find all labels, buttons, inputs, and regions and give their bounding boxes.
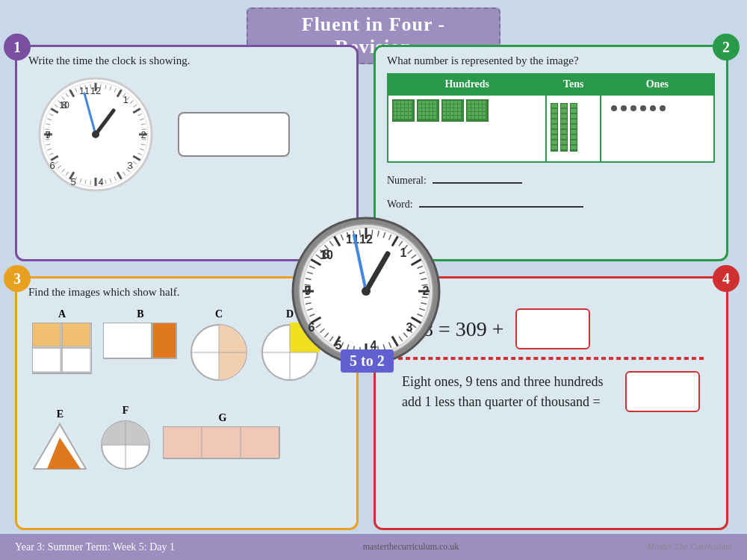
svg-rect-156 (443, 116, 446, 119)
svg-rect-170 (479, 105, 482, 108)
svg-rect-199 (561, 109, 567, 113)
col-hundreds: Hundreds (388, 74, 546, 95)
word-field[interactable] (419, 193, 583, 208)
svg-rect-88 (409, 101, 412, 104)
svg-rect-107 (405, 116, 408, 119)
shape-a-svg (32, 323, 92, 375)
shape-f: F (99, 405, 152, 471)
svg-text:10: 10 (59, 100, 69, 111)
svg-rect-154 (454, 112, 457, 115)
svg-rect-110 (418, 101, 421, 104)
svg-rect-169 (475, 105, 478, 108)
svg-rect-133 (430, 116, 433, 119)
svg-rect-118 (430, 105, 433, 108)
q4-bottom-text: Eight ones, 9 tens and three hundreds ad… (402, 372, 618, 412)
svg-rect-150 (458, 108, 461, 111)
svg-rect-225 (152, 323, 176, 358)
svg-rect-108 (409, 116, 412, 119)
shape-e-svg (32, 423, 88, 471)
svg-rect-132 (426, 116, 429, 119)
svg-rect-91 (401, 105, 404, 108)
svg-rect-99 (394, 112, 397, 115)
svg-rect-204 (561, 135, 567, 139)
svg-rect-104 (394, 116, 397, 119)
hundred-block-3 (441, 99, 464, 122)
svg-rect-164 (475, 101, 478, 104)
hundred-block-4 (466, 99, 489, 122)
shape-c: C (189, 308, 249, 382)
numeral-field[interactable] (433, 169, 522, 184)
svg-rect-218 (62, 323, 90, 346)
svg-rect-141 (443, 105, 446, 108)
clock-svg: 12 1 2 3 4 5 6 7 8 9 10 11 (36, 75, 155, 194)
svg-rect-195 (551, 140, 557, 144)
svg-rect-191 (551, 119, 557, 123)
svg-rect-194 (551, 135, 557, 139)
svg-rect-137 (447, 101, 450, 104)
svg-rect-143 (450, 105, 453, 108)
svg-rect-181 (483, 112, 486, 115)
svg-rect-201 (561, 119, 567, 123)
svg-rect-144 (454, 105, 457, 108)
svg-rect-171 (483, 105, 486, 108)
svg-rect-216 (571, 146, 577, 149)
svg-rect-214 (571, 135, 577, 139)
svg-text:2: 2 (423, 284, 430, 297)
svg-rect-193 (551, 130, 557, 134)
svg-rect-178 (471, 112, 474, 115)
svg-rect-186 (483, 116, 486, 119)
badge-4: 4 (713, 265, 740, 292)
svg-rect-128 (430, 112, 433, 115)
svg-rect-180 (479, 112, 482, 115)
svg-rect-188 (551, 104, 557, 108)
svg-rect-124 (433, 108, 436, 111)
svg-rect-212 (571, 125, 577, 128)
svg-rect-211 (571, 119, 577, 123)
col-ones: Ones (601, 74, 714, 95)
q1-answer-box[interactable] (178, 112, 290, 157)
svg-rect-160 (458, 116, 461, 119)
svg-rect-182 (468, 116, 471, 119)
svg-rect-105 (397, 116, 400, 119)
svg-rect-90 (397, 105, 400, 108)
svg-rect-145 (458, 105, 461, 108)
svg-rect-206 (561, 146, 567, 149)
svg-rect-205 (561, 140, 567, 144)
svg-text:10: 10 (320, 249, 333, 261)
svg-text:1: 1 (400, 246, 407, 259)
svg-rect-159 (454, 116, 457, 119)
svg-rect-168 (471, 105, 474, 108)
svg-rect-173 (471, 108, 474, 111)
svg-rect-166 (483, 101, 486, 104)
shape-a: A (32, 308, 92, 375)
svg-rect-117 (426, 105, 429, 108)
svg-rect-176 (483, 108, 486, 111)
svg-rect-129 (433, 112, 436, 115)
svg-rect-208 (571, 104, 577, 108)
svg-rect-95 (397, 108, 400, 111)
q4-bottom-area: Eight ones, 9 tens and three hundreds ad… (387, 367, 715, 416)
big-clock-svg: 12 1 2 3 4 5 6 7 8 9 10 11 (291, 217, 441, 366)
svg-rect-86 (401, 101, 404, 104)
numeral-row: Numeral: (387, 169, 715, 187)
svg-rect-120 (418, 108, 421, 111)
svg-rect-190 (551, 114, 557, 118)
svg-rect-116 (422, 105, 425, 108)
q4-answer-box-2[interactable] (625, 371, 700, 412)
svg-rect-217 (32, 323, 61, 346)
svg-rect-146 (443, 108, 446, 111)
svg-rect-123 (430, 108, 433, 111)
svg-rect-200 (561, 114, 567, 118)
svg-rect-94 (394, 108, 397, 111)
svg-rect-157 (447, 116, 450, 119)
hundred-block-2 (417, 99, 439, 122)
svg-rect-140 (458, 101, 461, 104)
svg-rect-97 (405, 108, 408, 111)
shape-f-svg (99, 419, 152, 471)
svg-rect-114 (433, 101, 436, 104)
svg-text:1: 1 (123, 94, 128, 105)
svg-rect-224 (103, 323, 152, 358)
svg-rect-202 (561, 125, 567, 128)
q4-answer-box-1[interactable] (515, 308, 590, 349)
svg-rect-89 (394, 105, 397, 108)
